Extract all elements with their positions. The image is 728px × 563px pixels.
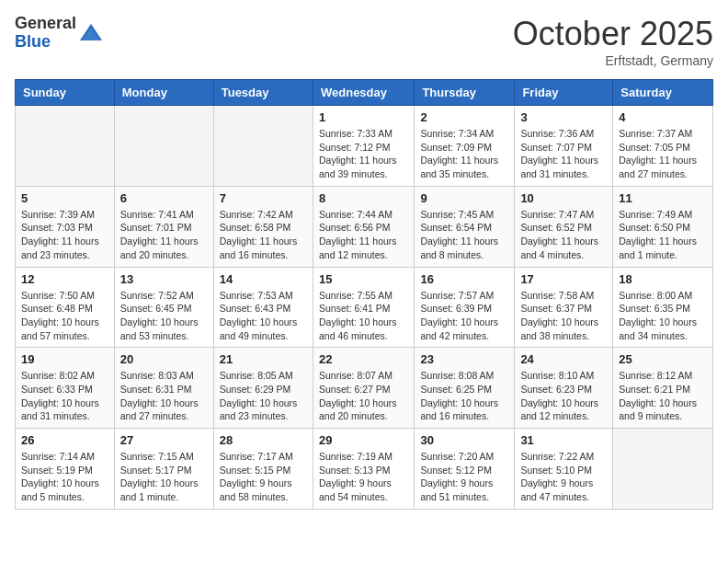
logo: General Blue [15,15,104,52]
day-number: 20 [120,352,208,366]
day-info: Sunrise: 7:17 AM Sunset: 5:15 PM Dayligh… [220,450,307,504]
logo-text: General Blue [15,15,76,52]
day-number: 31 [520,433,607,447]
calendar-cell: 13Sunrise: 7:52 AM Sunset: 6:45 PM Dayli… [114,267,213,348]
calendar-header-saturday: Saturday [613,80,713,106]
day-info: Sunrise: 7:45 AM Sunset: 6:54 PM Dayligh… [420,208,508,262]
calendar-cell [213,106,313,187]
day-number: 24 [520,352,607,366]
calendar-header-monday: Monday [114,80,213,106]
calendar-header-tuesday: Tuesday [213,80,313,106]
calendar-cell: 10Sunrise: 7:47 AM Sunset: 6:52 PM Dayli… [515,186,613,267]
day-number: 12 [21,272,108,286]
day-info: Sunrise: 8:10 AM Sunset: 6:23 PM Dayligh… [520,369,607,423]
calendar-cell: 12Sunrise: 7:50 AM Sunset: 6:48 PM Dayli… [16,267,115,348]
day-number: 17 [520,272,607,286]
day-info: Sunrise: 7:14 AM Sunset: 5:19 PM Dayligh… [21,450,108,504]
day-info: Sunrise: 7:50 AM Sunset: 6:48 PM Dayligh… [21,289,108,343]
day-info: Sunrise: 7:36 AM Sunset: 7:07 PM Dayligh… [520,127,607,181]
calendar-cell: 26Sunrise: 7:14 AM Sunset: 5:19 PM Dayli… [16,429,115,510]
calendar-cell: 3Sunrise: 7:36 AM Sunset: 7:07 PM Daylig… [515,106,613,187]
day-number: 9 [420,191,508,205]
location: Erftstadt, Germany [513,53,713,68]
day-info: Sunrise: 7:42 AM Sunset: 6:58 PM Dayligh… [220,208,307,262]
day-info: Sunrise: 8:03 AM Sunset: 6:31 PM Dayligh… [120,369,208,423]
calendar-week-row: 1Sunrise: 7:33 AM Sunset: 7:12 PM Daylig… [16,106,713,187]
day-number: 5 [21,191,108,205]
calendar-cell: 16Sunrise: 7:57 AM Sunset: 6:39 PM Dayli… [415,267,515,348]
day-info: Sunrise: 7:41 AM Sunset: 7:01 PM Dayligh… [120,208,208,262]
day-info: Sunrise: 8:00 AM Sunset: 6:35 PM Dayligh… [619,289,707,343]
day-number: 11 [619,191,707,205]
day-number: 25 [619,352,707,366]
day-number: 23 [420,352,508,366]
day-number: 14 [220,272,307,286]
logo-icon [78,20,104,46]
day-number: 4 [619,110,707,124]
day-number: 15 [319,272,408,286]
calendar-cell: 2Sunrise: 7:34 AM Sunset: 7:09 PM Daylig… [415,106,515,187]
calendar-header-friday: Friday [515,80,613,106]
day-info: Sunrise: 7:15 AM Sunset: 5:17 PM Dayligh… [120,450,208,504]
calendar-cell: 27Sunrise: 7:15 AM Sunset: 5:17 PM Dayli… [114,429,213,510]
calendar-header-thursday: Thursday [415,80,515,106]
calendar-header-row: SundayMondayTuesdayWednesdayThursdayFrid… [16,80,713,106]
day-number: 22 [319,352,408,366]
day-info: Sunrise: 7:20 AM Sunset: 5:12 PM Dayligh… [420,450,508,504]
day-number: 16 [420,272,508,286]
day-info: Sunrise: 7:37 AM Sunset: 7:05 PM Dayligh… [619,127,707,181]
day-info: Sunrise: 7:52 AM Sunset: 6:45 PM Dayligh… [120,289,208,343]
day-info: Sunrise: 7:34 AM Sunset: 7:09 PM Dayligh… [420,127,508,181]
day-number: 29 [319,433,408,447]
calendar-cell: 1Sunrise: 7:33 AM Sunset: 7:12 PM Daylig… [313,106,414,187]
day-number: 6 [120,191,208,205]
calendar-cell: 9Sunrise: 7:45 AM Sunset: 6:54 PM Daylig… [415,186,515,267]
calendar-cell [16,106,115,187]
calendar-cell: 21Sunrise: 8:05 AM Sunset: 6:29 PM Dayli… [213,348,313,429]
day-number: 18 [619,272,707,286]
day-number: 2 [420,110,508,124]
calendar-cell: 4Sunrise: 7:37 AM Sunset: 7:05 PM Daylig… [613,106,713,187]
calendar-cell: 31Sunrise: 7:22 AM Sunset: 5:10 PM Dayli… [515,429,613,510]
day-info: Sunrise: 8:12 AM Sunset: 6:21 PM Dayligh… [619,369,707,423]
logo-blue: Blue [15,32,51,51]
calendar-cell: 15Sunrise: 7:55 AM Sunset: 6:41 PM Dayli… [313,267,414,348]
calendar-cell: 29Sunrise: 7:19 AM Sunset: 5:13 PM Dayli… [313,429,414,510]
day-info: Sunrise: 7:22 AM Sunset: 5:10 PM Dayligh… [520,450,607,504]
month-title: October 2025 [513,15,713,53]
title-area: October 2025 Erftstadt, Germany [513,15,713,68]
calendar-cell [613,429,713,510]
calendar-cell: 5Sunrise: 7:39 AM Sunset: 7:03 PM Daylig… [16,186,115,267]
calendar-cell [114,106,213,187]
page-header: General Blue October 2025 Erftstadt, Ger… [15,15,713,68]
day-number: 3 [520,110,607,124]
calendar-table: SundayMondayTuesdayWednesdayThursdayFrid… [15,79,713,510]
logo-general: General [15,14,76,32]
calendar-cell: 19Sunrise: 8:02 AM Sunset: 6:33 PM Dayli… [16,348,115,429]
calendar-cell: 14Sunrise: 7:53 AM Sunset: 6:43 PM Dayli… [213,267,313,348]
day-info: Sunrise: 7:33 AM Sunset: 7:12 PM Dayligh… [319,127,408,181]
day-info: Sunrise: 8:05 AM Sunset: 6:29 PM Dayligh… [220,369,307,423]
day-number: 1 [319,110,408,124]
calendar-cell: 18Sunrise: 8:00 AM Sunset: 6:35 PM Dayli… [613,267,713,348]
day-number: 21 [220,352,307,366]
calendar-cell: 28Sunrise: 7:17 AM Sunset: 5:15 PM Dayli… [213,429,313,510]
day-number: 19 [21,352,108,366]
day-info: Sunrise: 7:55 AM Sunset: 6:41 PM Dayligh… [319,289,408,343]
day-info: Sunrise: 8:07 AM Sunset: 6:27 PM Dayligh… [319,369,408,423]
calendar-cell: 30Sunrise: 7:20 AM Sunset: 5:12 PM Dayli… [415,429,515,510]
day-info: Sunrise: 7:49 AM Sunset: 6:50 PM Dayligh… [619,208,707,262]
day-info: Sunrise: 7:19 AM Sunset: 5:13 PM Dayligh… [319,450,408,504]
day-number: 30 [420,433,508,447]
calendar-week-row: 19Sunrise: 8:02 AM Sunset: 6:33 PM Dayli… [16,348,713,429]
day-info: Sunrise: 7:44 AM Sunset: 6:56 PM Dayligh… [319,208,408,262]
day-info: Sunrise: 8:02 AM Sunset: 6:33 PM Dayligh… [21,369,108,423]
day-number: 13 [120,272,208,286]
calendar-cell: 17Sunrise: 7:58 AM Sunset: 6:37 PM Dayli… [515,267,613,348]
calendar-cell: 22Sunrise: 8:07 AM Sunset: 6:27 PM Dayli… [313,348,414,429]
calendar-header-sunday: Sunday [16,80,115,106]
day-number: 10 [520,191,607,205]
calendar-week-row: 26Sunrise: 7:14 AM Sunset: 5:19 PM Dayli… [16,429,713,510]
calendar-cell: 7Sunrise: 7:42 AM Sunset: 6:58 PM Daylig… [213,186,313,267]
calendar-cell: 24Sunrise: 8:10 AM Sunset: 6:23 PM Dayli… [515,348,613,429]
